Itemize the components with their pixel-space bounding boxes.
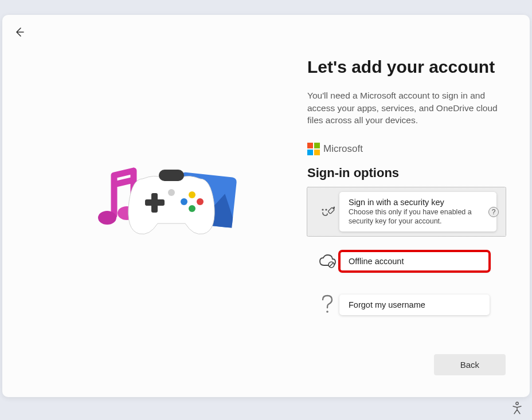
option-sub: Choose this only if you have enabled a s… (349, 208, 487, 226)
svg-point-14 (325, 209, 327, 210)
microsoft-logo: Microsoft (307, 143, 506, 155)
signin-option-security-key[interactable]: Sign in with a security key Choose this … (307, 187, 506, 236)
svg-point-13 (322, 209, 323, 210)
signin-options-title: Sign-in options (307, 166, 506, 180)
usb-key-icon (313, 203, 339, 221)
svg-point-8 (189, 191, 195, 198)
entertainment-illustration (81, 155, 241, 258)
svg-rect-5 (159, 170, 184, 181)
oobe-window: Let's add your account You'll need a Mic… (2, 15, 530, 397)
option-pill: Sign in with a security key Choose this … (339, 192, 496, 231)
svg-rect-7 (151, 193, 158, 213)
option-pill: Offline account (339, 251, 490, 272)
option-label: Sign in with a security key (349, 198, 487, 207)
back-arrow-icon[interactable] (14, 26, 25, 40)
page-subtitle: You'll need a Microsoft account to sign … (307, 89, 506, 127)
signin-option-offline-account[interactable]: Offline account (307, 243, 506, 280)
page-title: Let's add your account (307, 57, 506, 77)
content-area: Let's add your account You'll need a Mic… (26, 31, 506, 381)
help-icon[interactable]: ? (488, 207, 499, 217)
illustration-pane (26, 31, 307, 381)
svg-point-10 (181, 198, 187, 205)
option-label: Offline account (349, 257, 480, 266)
svg-point-11 (189, 205, 195, 212)
question-icon (307, 294, 339, 316)
svg-point-9 (197, 198, 204, 205)
svg-point-3 (98, 211, 116, 225)
microsoft-logo-icon (307, 143, 320, 155)
cloud-off-icon (307, 254, 339, 269)
option-pill: Forgot my username (339, 295, 490, 315)
option-label: Forgot my username (349, 300, 480, 309)
svg-point-20 (516, 402, 518, 405)
microsoft-logo-text: Microsoft (323, 143, 363, 155)
svg-point-19 (326, 311, 328, 313)
back-button[interactable]: Back (434, 354, 506, 375)
form-pane: Let's add your account You'll need a Mic… (307, 31, 506, 381)
signin-option-forgot-username[interactable]: Forgot my username (307, 286, 506, 323)
accessibility-icon[interactable] (511, 402, 523, 417)
svg-point-12 (168, 189, 175, 196)
